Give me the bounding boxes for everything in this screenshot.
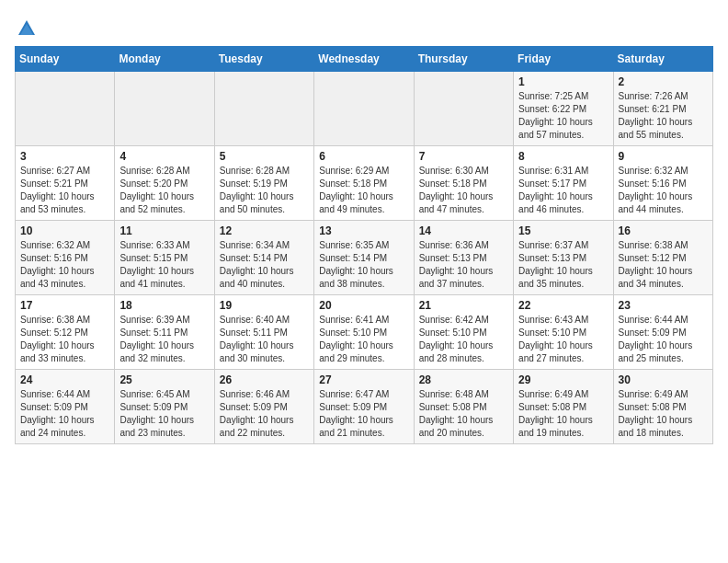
day-detail: Sunrise: 7:26 AMSunset: 6:21 PMDaylight:…: [619, 91, 693, 140]
day-detail: Sunrise: 6:42 AMSunset: 5:10 PMDaylight:…: [419, 315, 494, 363]
logo: [15, 18, 37, 39]
calendar-week-5: 24 Sunrise: 6:44 AMSunset: 5:09 PMDaylig…: [16, 370, 713, 444]
calendar-cell: 12 Sunrise: 6:34 AMSunset: 5:14 PMDaylig…: [214, 221, 313, 295]
calendar-cell: 14 Sunrise: 6:36 AMSunset: 5:13 PMDaylig…: [414, 221, 513, 295]
day-number: 17: [20, 299, 109, 312]
calendar-cell: 27 Sunrise: 6:47 AMSunset: 5:09 PMDaylig…: [314, 370, 414, 444]
calendar-cell: 19 Sunrise: 6:40 AMSunset: 5:11 PMDaylig…: [214, 295, 313, 370]
day-number: 12: [220, 224, 309, 237]
day-detail: Sunrise: 6:47 AMSunset: 5:09 PMDaylight:…: [319, 389, 393, 438]
day-number: 30: [619, 373, 708, 386]
day-detail: Sunrise: 6:32 AMSunset: 5:16 PMDaylight:…: [20, 240, 95, 289]
day-number: 15: [518, 224, 608, 237]
calendar-header-saturday: Saturday: [613, 47, 712, 72]
logo-icon: [17, 18, 37, 39]
day-number: 5: [220, 150, 309, 163]
calendar-header-monday: Monday: [115, 47, 214, 72]
calendar-cell: [214, 72, 313, 146]
day-number: 7: [419, 150, 508, 163]
day-detail: Sunrise: 6:49 AMSunset: 5:08 PMDaylight:…: [619, 389, 693, 438]
calendar-week-4: 17 Sunrise: 6:38 AMSunset: 5:12 PMDaylig…: [16, 295, 713, 370]
day-number: 9: [619, 150, 708, 163]
calendar-cell: 26 Sunrise: 6:46 AMSunset: 5:09 PMDaylig…: [214, 370, 313, 444]
calendar-cell: 25 Sunrise: 6:45 AMSunset: 5:09 PMDaylig…: [115, 370, 214, 444]
day-detail: Sunrise: 6:30 AMSunset: 5:18 PMDaylight:…: [419, 166, 494, 214]
day-number: 18: [119, 299, 209, 312]
calendar-cell: 1 Sunrise: 7:25 AMSunset: 6:22 PMDayligh…: [514, 72, 613, 146]
day-detail: Sunrise: 6:28 AMSunset: 5:19 PMDaylight:…: [220, 166, 294, 214]
day-number: 2: [619, 75, 708, 88]
day-number: 6: [319, 150, 408, 163]
day-number: 26: [220, 373, 309, 386]
day-detail: Sunrise: 7:25 AMSunset: 6:22 PMDaylight:…: [518, 91, 593, 140]
calendar-cell: 21 Sunrise: 6:42 AMSunset: 5:10 PMDaylig…: [414, 295, 513, 370]
day-number: 11: [119, 224, 209, 237]
day-number: 10: [20, 224, 109, 237]
day-detail: Sunrise: 6:35 AMSunset: 5:14 PMDaylight:…: [319, 240, 393, 289]
calendar-cell: 9 Sunrise: 6:32 AMSunset: 5:16 PMDayligh…: [613, 146, 712, 221]
day-number: 13: [319, 224, 408, 237]
day-detail: Sunrise: 6:36 AMSunset: 5:13 PMDaylight:…: [419, 240, 494, 289]
day-detail: Sunrise: 6:34 AMSunset: 5:14 PMDaylight:…: [220, 240, 294, 289]
day-detail: Sunrise: 6:41 AMSunset: 5:10 PMDaylight:…: [319, 315, 393, 363]
calendar-cell: [314, 72, 414, 146]
day-number: 16: [619, 224, 708, 237]
calendar-header-wednesday: Wednesday: [314, 47, 414, 72]
day-detail: Sunrise: 6:48 AMSunset: 5:08 PMDaylight:…: [419, 389, 494, 438]
calendar-cell: 16 Sunrise: 6:38 AMSunset: 5:12 PMDaylig…: [613, 221, 712, 295]
calendar-cell: 17 Sunrise: 6:38 AMSunset: 5:12 PMDaylig…: [16, 295, 115, 370]
day-detail: Sunrise: 6:27 AMSunset: 5:21 PMDaylight:…: [20, 166, 95, 214]
calendar-cell: 20 Sunrise: 6:41 AMSunset: 5:10 PMDaylig…: [314, 295, 414, 370]
day-number: 29: [518, 373, 608, 386]
day-number: 19: [220, 299, 309, 312]
day-number: 1: [518, 75, 608, 88]
day-detail: Sunrise: 6:43 AMSunset: 5:10 PMDaylight:…: [518, 315, 593, 363]
calendar-table: SundayMondayTuesdayWednesdayThursdayFrid…: [15, 46, 713, 444]
calendar-cell: 23 Sunrise: 6:44 AMSunset: 5:09 PMDaylig…: [613, 295, 712, 370]
calendar-cell: [414, 72, 513, 146]
day-detail: Sunrise: 6:39 AMSunset: 5:11 PMDaylight:…: [119, 315, 194, 363]
day-detail: Sunrise: 6:33 AMSunset: 5:15 PMDaylight:…: [119, 240, 194, 289]
calendar-cell: 2 Sunrise: 7:26 AMSunset: 6:21 PMDayligh…: [613, 72, 712, 146]
day-detail: Sunrise: 6:29 AMSunset: 5:18 PMDaylight:…: [319, 166, 393, 214]
day-number: 24: [20, 373, 109, 386]
calendar-week-2: 3 Sunrise: 6:27 AMSunset: 5:21 PMDayligh…: [16, 146, 713, 221]
day-detail: Sunrise: 6:44 AMSunset: 5:09 PMDaylight:…: [20, 389, 95, 438]
calendar-header-friday: Friday: [514, 47, 613, 72]
day-detail: Sunrise: 6:49 AMSunset: 5:08 PMDaylight:…: [518, 389, 593, 438]
calendar-cell: 10 Sunrise: 6:32 AMSunset: 5:16 PMDaylig…: [16, 221, 115, 295]
calendar-header-sunday: Sunday: [16, 47, 115, 72]
day-number: 23: [619, 299, 708, 312]
day-number: 14: [419, 224, 508, 237]
day-number: 20: [319, 299, 408, 312]
day-detail: Sunrise: 6:37 AMSunset: 5:13 PMDaylight:…: [518, 240, 593, 289]
calendar-header-tuesday: Tuesday: [214, 47, 313, 72]
calendar-cell: 3 Sunrise: 6:27 AMSunset: 5:21 PMDayligh…: [16, 146, 115, 221]
calendar-cell: 30 Sunrise: 6:49 AMSunset: 5:08 PMDaylig…: [613, 370, 712, 444]
day-detail: Sunrise: 6:45 AMSunset: 5:09 PMDaylight:…: [119, 389, 194, 438]
calendar-cell: 4 Sunrise: 6:28 AMSunset: 5:20 PMDayligh…: [115, 146, 214, 221]
day-detail: Sunrise: 6:46 AMSunset: 5:09 PMDaylight:…: [220, 389, 294, 438]
day-detail: Sunrise: 6:38 AMSunset: 5:12 PMDaylight:…: [20, 315, 95, 363]
day-number: 25: [119, 373, 209, 386]
day-detail: Sunrise: 6:38 AMSunset: 5:12 PMDaylight:…: [619, 240, 693, 289]
day-number: 21: [419, 299, 508, 312]
calendar-cell: 15 Sunrise: 6:37 AMSunset: 5:13 PMDaylig…: [514, 221, 613, 295]
calendar-header-thursday: Thursday: [414, 47, 513, 72]
calendar-cell: [16, 72, 115, 146]
calendar-cell: [115, 72, 214, 146]
calendar-cell: 22 Sunrise: 6:43 AMSunset: 5:10 PMDaylig…: [514, 295, 613, 370]
calendar-cell: 18 Sunrise: 6:39 AMSunset: 5:11 PMDaylig…: [115, 295, 214, 370]
calendar-cell: 29 Sunrise: 6:49 AMSunset: 5:08 PMDaylig…: [514, 370, 613, 444]
page-header: [15, 15, 713, 39]
day-number: 28: [419, 373, 508, 386]
calendar-cell: 24 Sunrise: 6:44 AMSunset: 5:09 PMDaylig…: [16, 370, 115, 444]
calendar-cell: 28 Sunrise: 6:48 AMSunset: 5:08 PMDaylig…: [414, 370, 513, 444]
calendar-header-row: SundayMondayTuesdayWednesdayThursdayFrid…: [16, 47, 713, 72]
day-detail: Sunrise: 6:31 AMSunset: 5:17 PMDaylight:…: [518, 166, 593, 214]
calendar-cell: 13 Sunrise: 6:35 AMSunset: 5:14 PMDaylig…: [314, 221, 414, 295]
day-number: 4: [119, 150, 209, 163]
day-number: 27: [319, 373, 408, 386]
calendar-cell: 8 Sunrise: 6:31 AMSunset: 5:17 PMDayligh…: [514, 146, 613, 221]
calendar-cell: 11 Sunrise: 6:33 AMSunset: 5:15 PMDaylig…: [115, 221, 214, 295]
